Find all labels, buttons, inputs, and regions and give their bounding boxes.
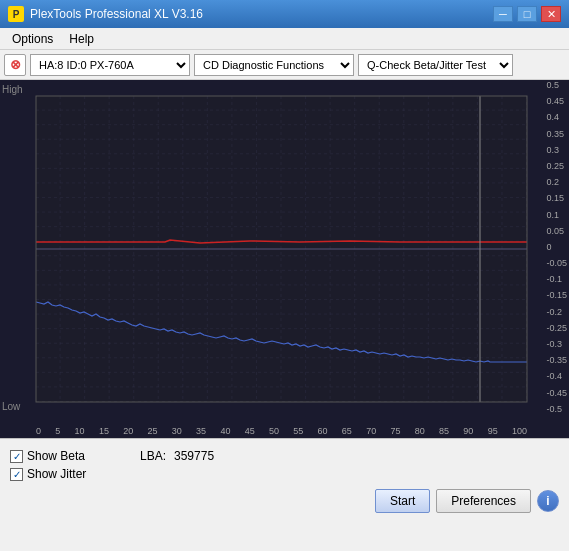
bottom-rows: ✓ Show Beta LBA: 359775 ✓ Show Jitter St… <box>10 449 559 513</box>
show-beta-checkbox-label[interactable]: ✓ Show Beta <box>10 449 130 463</box>
show-jitter-label: Show Jitter <box>27 467 86 481</box>
show-jitter-checkbox[interactable]: ✓ <box>10 468 23 481</box>
show-beta-checkbox[interactable]: ✓ <box>10 450 23 463</box>
title-bar-controls: ─ □ ✕ <box>493 6 561 22</box>
menu-bar: Options Help <box>0 28 569 50</box>
show-jitter-checkbox-label[interactable]: ✓ Show Jitter <box>10 467 130 481</box>
buttons-row: Start Preferences i <box>10 489 559 513</box>
close-button[interactable]: ✕ <box>541 6 561 22</box>
menu-options[interactable]: Options <box>4 30 61 48</box>
show-beta-label: Show Beta <box>27 449 85 463</box>
test-select[interactable]: Q-Check Beta/Jitter Test <box>358 54 513 76</box>
drive-select[interactable]: HA:8 ID:0 PX-760A <box>30 54 190 76</box>
toolbar-icon-btn[interactable]: ⊗ <box>4 54 26 76</box>
app-icon: P <box>8 6 24 22</box>
title-bar: P PlexTools Professional XL V3.16 ─ □ ✕ <box>0 0 569 28</box>
menu-help[interactable]: Help <box>61 30 102 48</box>
preferences-button[interactable]: Preferences <box>436 489 531 513</box>
maximize-button[interactable]: □ <box>517 6 537 22</box>
show-beta-row: ✓ Show Beta LBA: 359775 <box>10 449 559 463</box>
show-jitter-row: ✓ Show Jitter <box>10 467 559 481</box>
x-axis-labels: 0 5 10 15 20 25 30 35 40 45 50 55 60 65 … <box>36 426 527 436</box>
minimize-button[interactable]: ─ <box>493 6 513 22</box>
lba-label: LBA: <box>140 449 166 463</box>
chart-container: High Low 0.5 0.45 0.4 0.35 0.3 0.25 0.2 … <box>0 80 569 438</box>
chart-svg <box>0 80 569 438</box>
function-select[interactable]: CD Diagnostic Functions <box>194 54 354 76</box>
toolbar: ⊗ HA:8 ID:0 PX-760A CD Diagnostic Functi… <box>0 50 569 80</box>
info-button[interactable]: i <box>537 490 559 512</box>
title-bar-text: PlexTools Professional XL V3.16 <box>30 7 493 21</box>
lba-value: 359775 <box>174 449 214 463</box>
start-button[interactable]: Start <box>375 489 430 513</box>
bottom-panel: ✓ Show Beta LBA: 359775 ✓ Show Jitter St… <box>0 438 569 551</box>
